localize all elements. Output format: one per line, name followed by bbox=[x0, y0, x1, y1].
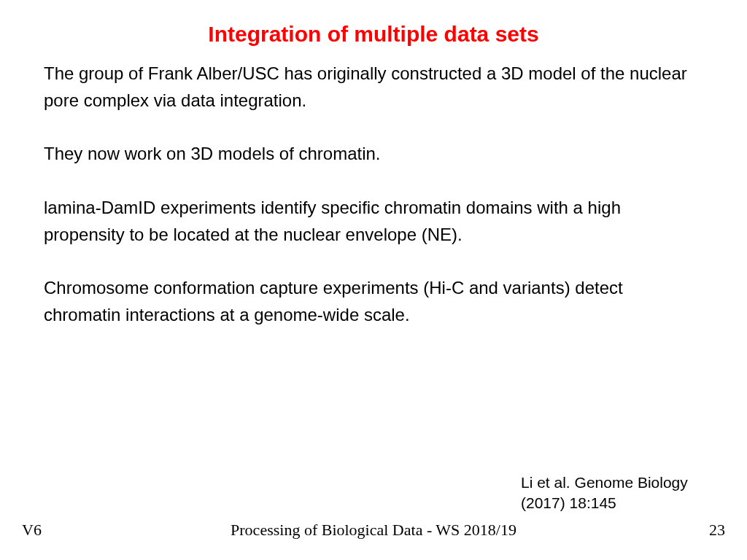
citation-text: Li et al. Genome Biology (2017) 18:145 bbox=[521, 472, 703, 513]
paragraph-3: lamina-DamID experiments identify specif… bbox=[44, 194, 703, 248]
paragraph-4: Chromosome conformation capture experime… bbox=[44, 274, 703, 328]
paragraph-2: They now work on 3D models of chromatin. bbox=[44, 140, 703, 167]
footer-version-label: V6 bbox=[22, 521, 42, 540]
slide-title: Integration of multiple data sets bbox=[44, 22, 703, 47]
footer-page-number: 23 bbox=[709, 521, 725, 540]
paragraph-1: The group of Frank Alber/USC has origina… bbox=[44, 60, 703, 114]
footer-course-label: Processing of Biological Data - WS 2018/… bbox=[231, 521, 516, 540]
slide-container: Integration of multiple data sets The gr… bbox=[0, 0, 747, 560]
